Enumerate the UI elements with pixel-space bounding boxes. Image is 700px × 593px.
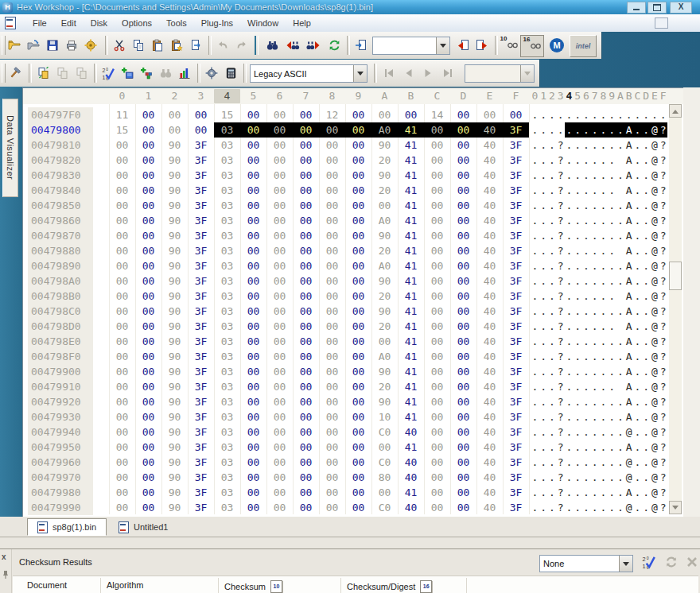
hex-byte[interactable]: 03 bbox=[214, 122, 240, 138]
hex-byte[interactable]: 03 bbox=[214, 379, 240, 394]
hex-byte[interactable]: 00 bbox=[135, 334, 161, 349]
hex-byte[interactable]: 00 bbox=[450, 183, 476, 198]
hex-byte[interactable]: 40 bbox=[476, 138, 503, 153]
ascii-char[interactable]: ? bbox=[659, 228, 667, 243]
ascii-char[interactable]: ? bbox=[556, 138, 565, 153]
hex-byte[interactable]: 00 bbox=[424, 243, 450, 258]
preferences-button[interactable] bbox=[81, 35, 100, 56]
hex-byte[interactable]: 00 bbox=[135, 243, 161, 258]
hex-byte[interactable]: 90 bbox=[161, 289, 188, 304]
hex-byte[interactable]: 00 bbox=[424, 440, 450, 455]
hex-byte[interactable]: 41 bbox=[398, 485, 424, 500]
hex-byte[interactable]: 00 bbox=[345, 409, 371, 424]
hex-byte[interactable]: 00 bbox=[293, 500, 319, 515]
ascii-char[interactable]: . bbox=[582, 228, 591, 243]
ascii-char[interactable]: . bbox=[539, 470, 548, 485]
hex-byte[interactable]: 00 bbox=[188, 107, 214, 122]
hex-byte[interactable]: 03 bbox=[214, 409, 240, 424]
hex-byte[interactable]: 00 bbox=[450, 304, 476, 319]
hex-byte[interactable]: 40 bbox=[398, 500, 424, 515]
hex-byte[interactable]: 20 bbox=[371, 289, 398, 304]
ascii-char[interactable]: . bbox=[574, 273, 582, 289]
hex-byte[interactable]: 40 bbox=[476, 168, 503, 183]
ascii-char[interactable]: . bbox=[590, 334, 599, 349]
hex-byte[interactable]: 90 bbox=[161, 304, 188, 319]
ascii-char[interactable]: @ bbox=[624, 470, 633, 485]
hex-byte[interactable]: 00 bbox=[266, 138, 293, 153]
hex-byte[interactable]: 00 bbox=[240, 379, 266, 394]
hex-byte[interactable]: 3F bbox=[503, 349, 529, 364]
hex-byte[interactable]: 00 bbox=[293, 319, 319, 334]
hex-byte[interactable]: 3F bbox=[503, 213, 529, 228]
ascii-char[interactable]: @ bbox=[651, 153, 659, 168]
ascii-char[interactable]: . bbox=[565, 409, 574, 424]
ascii-char[interactable]: @ bbox=[651, 213, 659, 228]
encoding-dropdown-arrow[interactable] bbox=[353, 65, 367, 82]
ascii-char[interactable]: . bbox=[582, 183, 591, 198]
hex-byte[interactable]: C0 bbox=[371, 455, 398, 470]
hex-byte[interactable]: 00 bbox=[266, 228, 293, 243]
ascii-char[interactable]: @ bbox=[651, 289, 659, 304]
hex-byte[interactable]: 00 bbox=[319, 424, 345, 440]
ascii-char[interactable]: @ bbox=[651, 198, 659, 213]
hex-byte[interactable]: 00 bbox=[293, 409, 319, 424]
ascii-char[interactable]: . bbox=[565, 153, 574, 168]
hex-byte[interactable]: 00 bbox=[109, 485, 135, 500]
hex-byte[interactable]: 00 bbox=[424, 455, 450, 470]
hex-byte[interactable]: 90 bbox=[161, 198, 188, 213]
hex-byte[interactable]: 15 bbox=[109, 122, 135, 138]
ascii-char[interactable]: A bbox=[624, 228, 633, 243]
ascii-char[interactable]: . bbox=[548, 168, 557, 183]
hex-byte[interactable]: 40 bbox=[476, 228, 503, 243]
hex-byte[interactable]: 00 bbox=[345, 394, 371, 409]
ascii-char[interactable]: ? bbox=[556, 319, 565, 334]
hex-byte[interactable]: 11 bbox=[109, 107, 135, 122]
hex-byte[interactable]: 00 bbox=[424, 334, 450, 349]
hex-byte[interactable]: 00 bbox=[293, 183, 319, 198]
ascii-char[interactable]: . bbox=[616, 349, 625, 364]
ascii-char[interactable]: . bbox=[659, 107, 667, 122]
ascii-char[interactable]: ? bbox=[659, 470, 667, 485]
ascii-char[interactable]: ? bbox=[659, 394, 667, 409]
hex-byte[interactable]: 00 bbox=[450, 122, 476, 138]
hex-byte[interactable]: 90 bbox=[161, 424, 188, 440]
hex-byte[interactable]: 00 bbox=[424, 122, 450, 138]
options-button[interactable] bbox=[202, 63, 221, 83]
hex-byte[interactable]: 00 bbox=[450, 470, 476, 485]
ascii-char[interactable]: . bbox=[574, 334, 582, 349]
ascii-char[interactable]: ? bbox=[659, 334, 667, 349]
hex-byte[interactable]: 00 bbox=[135, 455, 161, 470]
ascii-char[interactable]: . bbox=[565, 183, 574, 198]
hex-byte[interactable]: 41 bbox=[398, 153, 424, 168]
hex-byte[interactable]: 3F bbox=[503, 122, 529, 138]
ascii-char[interactable]: . bbox=[565, 243, 574, 258]
ascii-char[interactable]: . bbox=[531, 394, 539, 409]
ascii-char[interactable]: . bbox=[582, 394, 591, 409]
hex-byte[interactable]: 3F bbox=[503, 258, 529, 273]
hex-byte[interactable]: 40 bbox=[398, 455, 424, 470]
hex-byte[interactable]: 00 bbox=[109, 258, 135, 273]
hex-byte[interactable]: 03 bbox=[214, 424, 240, 440]
hex-byte[interactable]: 3F bbox=[503, 470, 529, 485]
ascii-char[interactable]: . bbox=[539, 394, 548, 409]
ascii-char[interactable]: ? bbox=[556, 364, 565, 379]
ascii-char[interactable]: . bbox=[633, 440, 642, 455]
hex-byte[interactable]: 41 bbox=[398, 138, 424, 153]
ascii-char[interactable]: A bbox=[624, 273, 633, 289]
hex-byte[interactable]: 40 bbox=[476, 349, 503, 364]
ascii-char[interactable]: . bbox=[633, 379, 642, 394]
ascii-char[interactable]: . bbox=[642, 183, 651, 198]
hex-byte[interactable]: 40 bbox=[476, 273, 503, 289]
ascii-char[interactable]: @ bbox=[651, 409, 659, 424]
ascii-char[interactable]: . bbox=[539, 243, 548, 258]
hex-byte[interactable]: 90 bbox=[161, 183, 188, 198]
ascii-char[interactable]: . bbox=[599, 243, 608, 258]
hex-byte[interactable]: 03 bbox=[214, 138, 240, 153]
ascii-char[interactable]: A bbox=[624, 379, 633, 394]
ascii-char[interactable]: ? bbox=[556, 424, 565, 440]
hex-byte[interactable]: 00 bbox=[345, 243, 371, 258]
clear-checksums-button[interactable] bbox=[682, 552, 700, 572]
hex-byte[interactable]: 00 bbox=[135, 107, 161, 122]
hex-byte[interactable]: 00 bbox=[319, 334, 345, 349]
ascii-char[interactable]: . bbox=[582, 243, 591, 258]
